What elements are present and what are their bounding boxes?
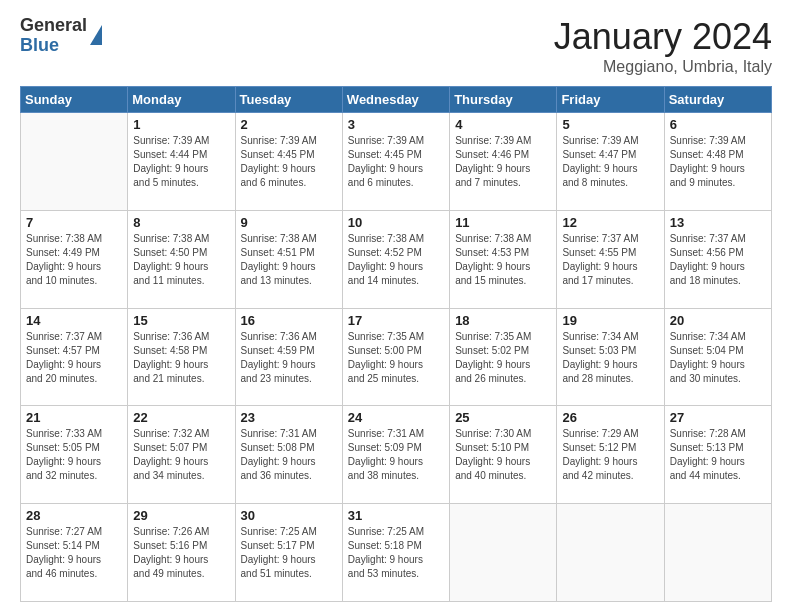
- table-row: [664, 504, 771, 602]
- table-row: 9Sunrise: 7:38 AMSunset: 4:51 PMDaylight…: [235, 210, 342, 308]
- table-row: 22Sunrise: 7:32 AMSunset: 5:07 PMDayligh…: [128, 406, 235, 504]
- day-number: 26: [562, 410, 658, 425]
- day-info: Daylight: 9 hours: [348, 358, 444, 372]
- day-number: 31: [348, 508, 444, 523]
- day-info: and 8 minutes.: [562, 176, 658, 190]
- day-info: Daylight: 9 hours: [241, 553, 337, 567]
- day-info: and 14 minutes.: [348, 274, 444, 288]
- day-number: 18: [455, 313, 551, 328]
- title-block: January 2024 Meggiano, Umbria, Italy: [554, 16, 772, 76]
- day-info: Sunrise: 7:39 AM: [241, 134, 337, 148]
- day-info: Sunset: 5:03 PM: [562, 344, 658, 358]
- table-row: 21Sunrise: 7:33 AMSunset: 5:05 PMDayligh…: [21, 406, 128, 504]
- day-info: Sunrise: 7:27 AM: [26, 525, 122, 539]
- day-info: Daylight: 9 hours: [133, 162, 229, 176]
- day-info: Daylight: 9 hours: [455, 162, 551, 176]
- day-number: 4: [455, 117, 551, 132]
- week-row-4: 21Sunrise: 7:33 AMSunset: 5:05 PMDayligh…: [21, 406, 772, 504]
- table-row: 1Sunrise: 7:39 AMSunset: 4:44 PMDaylight…: [128, 113, 235, 211]
- day-info: and 20 minutes.: [26, 372, 122, 386]
- table-row: 7Sunrise: 7:38 AMSunset: 4:49 PMDaylight…: [21, 210, 128, 308]
- day-info: Sunset: 5:07 PM: [133, 441, 229, 455]
- day-info: Sunrise: 7:31 AM: [241, 427, 337, 441]
- table-row: 18Sunrise: 7:35 AMSunset: 5:02 PMDayligh…: [450, 308, 557, 406]
- day-info: Sunset: 4:47 PM: [562, 148, 658, 162]
- day-number: 25: [455, 410, 551, 425]
- day-info: Sunrise: 7:26 AM: [133, 525, 229, 539]
- day-info: Daylight: 9 hours: [241, 455, 337, 469]
- day-info: Daylight: 9 hours: [133, 553, 229, 567]
- day-info: Sunset: 4:45 PM: [241, 148, 337, 162]
- day-info: and 30 minutes.: [670, 372, 766, 386]
- day-info: Sunrise: 7:38 AM: [455, 232, 551, 246]
- week-row-1: 1Sunrise: 7:39 AMSunset: 4:44 PMDaylight…: [21, 113, 772, 211]
- day-number: 12: [562, 215, 658, 230]
- day-info: and 11 minutes.: [133, 274, 229, 288]
- col-tuesday: Tuesday: [235, 87, 342, 113]
- day-info: Daylight: 9 hours: [241, 260, 337, 274]
- table-row: 2Sunrise: 7:39 AMSunset: 4:45 PMDaylight…: [235, 113, 342, 211]
- day-number: 21: [26, 410, 122, 425]
- day-info: Sunrise: 7:38 AM: [241, 232, 337, 246]
- day-info: Sunset: 4:59 PM: [241, 344, 337, 358]
- day-number: 24: [348, 410, 444, 425]
- day-number: 8: [133, 215, 229, 230]
- table-row: 24Sunrise: 7:31 AMSunset: 5:09 PMDayligh…: [342, 406, 449, 504]
- day-info: Sunset: 5:18 PM: [348, 539, 444, 553]
- week-row-3: 14Sunrise: 7:37 AMSunset: 4:57 PMDayligh…: [21, 308, 772, 406]
- table-row: 13Sunrise: 7:37 AMSunset: 4:56 PMDayligh…: [664, 210, 771, 308]
- header: General Blue January 2024 Meggiano, Umbr…: [20, 16, 772, 76]
- day-info: and 51 minutes.: [241, 567, 337, 581]
- day-info: Sunset: 5:13 PM: [670, 441, 766, 455]
- day-info: Daylight: 9 hours: [26, 553, 122, 567]
- logo-general: General: [20, 16, 87, 36]
- day-info: Daylight: 9 hours: [670, 260, 766, 274]
- day-info: and 13 minutes.: [241, 274, 337, 288]
- page: General Blue January 2024 Meggiano, Umbr…: [0, 0, 792, 612]
- day-info: Daylight: 9 hours: [670, 358, 766, 372]
- day-info: Sunrise: 7:37 AM: [26, 330, 122, 344]
- day-info: Sunset: 5:14 PM: [26, 539, 122, 553]
- day-info: Sunrise: 7:31 AM: [348, 427, 444, 441]
- day-number: 16: [241, 313, 337, 328]
- table-row: 28Sunrise: 7:27 AMSunset: 5:14 PMDayligh…: [21, 504, 128, 602]
- day-info: and 36 minutes.: [241, 469, 337, 483]
- day-info: and 34 minutes.: [133, 469, 229, 483]
- day-info: Sunrise: 7:36 AM: [241, 330, 337, 344]
- day-number: 30: [241, 508, 337, 523]
- day-info: Sunrise: 7:39 AM: [348, 134, 444, 148]
- table-row: 31Sunrise: 7:25 AMSunset: 5:18 PMDayligh…: [342, 504, 449, 602]
- day-info: and 7 minutes.: [455, 176, 551, 190]
- day-number: 5: [562, 117, 658, 132]
- day-info: Sunrise: 7:39 AM: [670, 134, 766, 148]
- day-info: Daylight: 9 hours: [562, 162, 658, 176]
- day-info: and 21 minutes.: [133, 372, 229, 386]
- day-info: and 5 minutes.: [133, 176, 229, 190]
- table-row: 8Sunrise: 7:38 AMSunset: 4:50 PMDaylight…: [128, 210, 235, 308]
- table-row: 23Sunrise: 7:31 AMSunset: 5:08 PMDayligh…: [235, 406, 342, 504]
- day-number: 2: [241, 117, 337, 132]
- week-row-5: 28Sunrise: 7:27 AMSunset: 5:14 PMDayligh…: [21, 504, 772, 602]
- day-info: Sunrise: 7:37 AM: [562, 232, 658, 246]
- day-info: Sunrise: 7:32 AM: [133, 427, 229, 441]
- table-row: 16Sunrise: 7:36 AMSunset: 4:59 PMDayligh…: [235, 308, 342, 406]
- day-info: Daylight: 9 hours: [348, 455, 444, 469]
- day-info: Sunset: 4:57 PM: [26, 344, 122, 358]
- day-info: Sunset: 5:09 PM: [348, 441, 444, 455]
- day-info: Daylight: 9 hours: [241, 358, 337, 372]
- day-info: and 26 minutes.: [455, 372, 551, 386]
- day-info: Sunset: 4:44 PM: [133, 148, 229, 162]
- day-info: and 6 minutes.: [348, 176, 444, 190]
- day-info: Sunset: 4:52 PM: [348, 246, 444, 260]
- day-info: Sunrise: 7:28 AM: [670, 427, 766, 441]
- day-info: Sunset: 4:55 PM: [562, 246, 658, 260]
- day-info: Sunrise: 7:38 AM: [26, 232, 122, 246]
- day-info: Sunrise: 7:38 AM: [348, 232, 444, 246]
- day-number: 14: [26, 313, 122, 328]
- day-info: Sunset: 5:08 PM: [241, 441, 337, 455]
- day-info: Daylight: 9 hours: [562, 455, 658, 469]
- day-info: and 38 minutes.: [348, 469, 444, 483]
- day-info: Sunrise: 7:35 AM: [348, 330, 444, 344]
- day-info: Daylight: 9 hours: [26, 455, 122, 469]
- day-number: 10: [348, 215, 444, 230]
